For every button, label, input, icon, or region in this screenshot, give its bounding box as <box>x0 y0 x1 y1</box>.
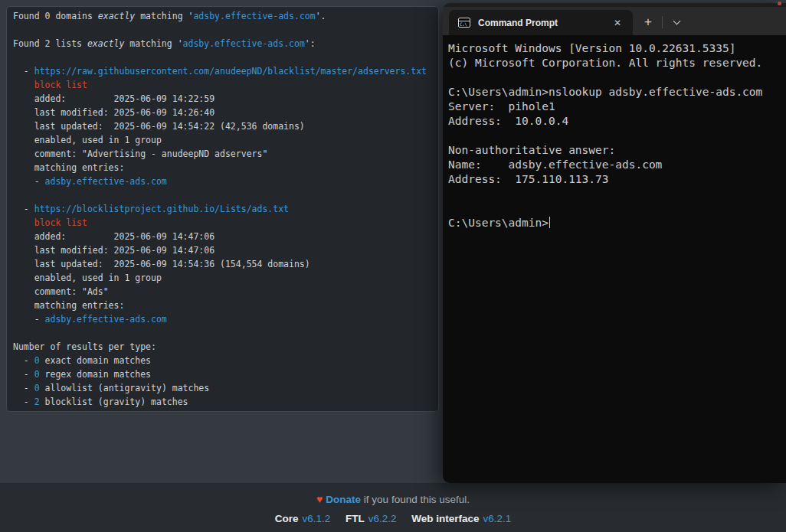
terminal-line: Microsoft Windows [Version 10.0.22631.53… <box>448 41 781 56</box>
heart-icon: ♥ <box>316 493 323 505</box>
code-text: - <box>13 397 34 407</box>
code-line <box>13 188 432 202</box>
version-line: Corev6.1.2 FTLv6.2.2 Web interfacev6.2.1 <box>0 513 786 524</box>
code-line: added: 2025-06-09 14:22:59 <box>13 92 432 106</box>
code-text: block list <box>34 217 87 228</box>
result-link[interactable]: https://blocklistproject.github.io/Lists… <box>34 204 289 214</box>
code-text: - <box>13 66 34 77</box>
code-text: blocklist (gravity) matches <box>40 397 188 407</box>
code-line: block list <box>13 78 432 92</box>
tab-dropdown-button[interactable] <box>666 11 687 33</box>
code-text: '. <box>316 11 326 21</box>
terminal-line: Name: adsby.effective-ads.com <box>448 158 781 172</box>
code-line: matching entries: <box>13 299 432 312</box>
code-text: Found 0 domains <box>13 11 98 21</box>
code-text: last modified: 2025-06-09 14:26:40 <box>13 107 215 118</box>
cmd-icon: C:\ <box>458 18 470 28</box>
code-text: - <box>13 204 34 214</box>
code-text: matching entries: <box>13 300 124 311</box>
code-text: - <box>13 176 45 187</box>
code-line: - 0 exact domain matches <box>13 354 432 367</box>
terminal-line <box>448 187 781 201</box>
terminal-body[interactable]: Microsoft Windows [Version 10.0.22631.53… <box>443 35 786 483</box>
code-text: last modified: 2025-06-09 14:47:06 <box>13 245 215 256</box>
page-footer: ♥Donate if you found this useful. Corev6… <box>0 483 786 532</box>
code-text: enabled, used in 1 group <box>13 273 162 283</box>
code-text: 0 <box>34 355 40 366</box>
tab-bar: C:\ Command Prompt ✕ + <box>443 7 786 35</box>
code-line: - https://raw.githubusercontent.com/anud… <box>13 64 432 78</box>
code-text: matching entries: <box>13 162 124 173</box>
code-line: block list <box>13 216 432 230</box>
code-text: 2 <box>34 397 40 407</box>
code-text: added: 2025-06-09 14:22:59 <box>13 93 215 104</box>
code-text: last updated: 2025-06-09 14:54:36 (154,5… <box>13 259 310 269</box>
prompt-text: C:\Users\admin> <box>448 217 549 229</box>
web-interface-label: Web interface <box>411 513 479 524</box>
result-link[interactable]: adsby.effective-ads.com <box>45 314 167 325</box>
code-text: block list <box>34 80 87 90</box>
code-text: Found 2 lists <box>13 38 87 49</box>
code-line: - https://blocklistproject.github.io/Lis… <box>13 202 432 216</box>
terminal-line: Server: pihole1 <box>448 100 781 114</box>
donate-line: ♥Donate if you found this useful. <box>0 493 786 505</box>
code-line: - 2 blocklist (gravity) matches <box>13 395 432 409</box>
code-line: matching entries: <box>13 161 432 175</box>
code-line: enabled, used in 1 group <box>13 133 432 147</box>
code-text: - <box>13 314 45 325</box>
donate-text: if you found this useful. <box>361 494 470 505</box>
terminal-line: Address: 175.110.113.73 <box>448 172 781 187</box>
code-text <box>13 217 34 228</box>
code-line: last modified: 2025-06-09 14:47:06 <box>13 243 432 257</box>
code-text: exact domain matches <box>40 355 151 366</box>
code-text: enabled, used in 1 group <box>13 135 162 145</box>
code-text: allowlist (antigravity) matches <box>40 383 210 393</box>
code-line: - adsby.effective-ads.com <box>13 312 432 326</box>
code-line: Number of results per type: <box>13 340 432 354</box>
code-text: matching ' <box>135 11 193 21</box>
result-link[interactable]: adsby.effective-ads.com <box>193 11 315 21</box>
text-cursor <box>549 217 551 228</box>
terminal-line <box>448 201 781 216</box>
code-text: ': <box>305 38 316 49</box>
terminal-line <box>448 70 781 85</box>
code-text: comment: "Advertising - anudeepND adserv… <box>13 149 267 159</box>
search-output: Found 0 domains exactly matching 'adsby.… <box>13 9 432 409</box>
code-line: added: 2025-06-09 14:47:06 <box>13 230 432 243</box>
donate-link[interactable]: Donate <box>326 494 361 505</box>
code-line: last modified: 2025-06-09 14:26:40 <box>13 106 432 119</box>
code-text: - <box>13 355 34 366</box>
core-label: Core <box>275 513 299 524</box>
tab-bar-divider <box>662 16 663 28</box>
code-line: Found 0 domains exactly matching 'adsby.… <box>13 9 432 23</box>
code-text <box>13 80 34 90</box>
result-link[interactable]: adsby.effective-ads.com <box>183 38 305 49</box>
tab-command-prompt[interactable]: C:\ Command Prompt ✕ <box>449 10 633 35</box>
prompt-line: C:\Users\admin> <box>448 216 781 230</box>
terminal-window: C:\ Command Prompt ✕ + Microsoft Windows… <box>443 3 786 483</box>
plus-icon: + <box>644 15 652 30</box>
code-line: - 0 regex domain matches <box>13 367 432 381</box>
code-text: exactly <box>87 38 124 49</box>
code-line: - 0 allowlist (antigravity) matches <box>13 381 432 395</box>
terminal-line: C:\Users\admin>nslookup adsby.effective-… <box>448 85 781 100</box>
tab-close-button[interactable]: ✕ <box>610 15 625 31</box>
web-interface-version-link[interactable]: v6.2.1 <box>483 513 512 524</box>
ftl-label: FTL <box>346 513 365 524</box>
new-tab-button[interactable]: + <box>637 11 659 33</box>
code-text: Number of results per type: <box>13 341 156 352</box>
result-link[interactable]: adsby.effective-ads.com <box>45 176 167 187</box>
close-icon: ✕ <box>614 18 621 28</box>
code-text: regex domain matches <box>40 369 151 380</box>
result-link[interactable]: https://raw.githubusercontent.com/anudee… <box>34 66 427 77</box>
ftl-version-link[interactable]: v6.2.2 <box>368 513 397 524</box>
code-line <box>13 326 432 340</box>
code-text: - <box>13 369 34 380</box>
terminal-line <box>448 129 781 143</box>
code-text: added: 2025-06-09 14:47:06 <box>13 231 215 242</box>
code-text: last updated: 2025-06-09 14:54:22 (42,53… <box>13 121 305 132</box>
tab-title: Command Prompt <box>478 18 558 28</box>
core-version-link[interactable]: v6.1.2 <box>302 513 330 524</box>
code-line: - adsby.effective-ads.com <box>13 175 432 188</box>
terminal-output: Microsoft Windows [Version 10.0.22631.53… <box>448 41 781 230</box>
